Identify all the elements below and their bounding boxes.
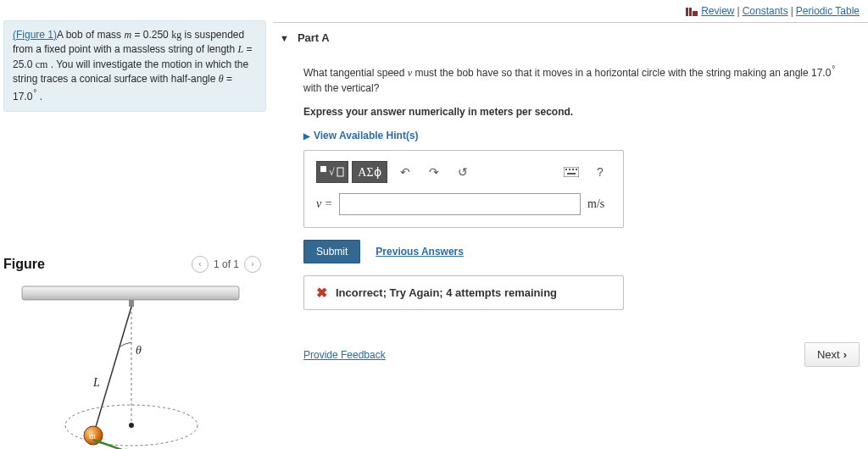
periodic-table-link[interactable]: Periodic Table — [796, 5, 860, 17]
help-icon[interactable]: ? — [589, 161, 611, 183]
equation-toolbar: √ ΑΣϕ ↶ ↷ ↺ ? — [316, 161, 611, 183]
figure-pager-text: 1 of 1 — [214, 258, 239, 270]
svg-rect-16 — [565, 169, 567, 170]
problem-statement: (Figure 1)A bob of mass m = 0.250 kg is … — [3, 20, 266, 112]
greek-button[interactable]: ΑΣϕ — [352, 161, 387, 183]
undo-icon[interactable]: ↶ — [394, 161, 416, 183]
svg-rect-0 — [686, 8, 688, 16]
figure-next-button[interactable]: › — [244, 256, 261, 273]
review-link[interactable]: Review — [701, 5, 734, 17]
keyboard-icon[interactable] — [560, 161, 582, 183]
q-deg: ° — [832, 64, 835, 74]
figure-prev-button[interactable]: ‹ — [192, 256, 209, 273]
caret-down-icon: ▼ — [280, 33, 289, 43]
svg-rect-20 — [567, 173, 576, 175]
label-m: m — [89, 431, 96, 441]
svg-rect-12 — [320, 166, 326, 172]
hints-text: View Available Hint(s) — [314, 130, 419, 141]
svg-line-10 — [93, 440, 134, 449]
feedback-box: ✖ Incorrect; Try Again; 4 attempts remai… — [303, 275, 624, 310]
unit-kg: kg — [171, 29, 181, 41]
q3: with the vertical? — [303, 82, 379, 94]
next-button[interactable]: Next › — [804, 342, 860, 367]
svg-rect-18 — [572, 169, 574, 170]
prob-t1: A bob of mass — [57, 29, 124, 41]
previous-answers-link[interactable]: Previous Answers — [376, 246, 464, 258]
part-title: Part A — [298, 31, 330, 44]
sep-2: | — [791, 5, 793, 17]
label-theta: θ — [136, 344, 142, 357]
svg-point-8 — [129, 423, 134, 428]
svg-rect-14 — [337, 168, 343, 176]
review-icon — [686, 7, 698, 15]
figure-link[interactable]: (Figure 1) — [13, 29, 57, 41]
reset-icon[interactable]: ↺ — [452, 161, 474, 183]
part-header[interactable]: ▼ Part A — [273, 22, 868, 53]
q1: What tangential speed — [303, 67, 408, 79]
answer-var-label: v = — [316, 197, 332, 211]
incorrect-icon: ✖ — [316, 285, 327, 301]
var-m: m — [124, 29, 131, 41]
templates-button[interactable]: √ — [316, 161, 348, 183]
answer-input[interactable] — [339, 193, 581, 215]
constants-link[interactable]: Constants — [743, 5, 788, 17]
feedback-text: Incorrect; Try Again; 4 attempts remaini… — [336, 286, 557, 299]
provide-feedback-link[interactable]: Provide Feedback — [303, 349, 386, 361]
svg-rect-15 — [564, 167, 579, 177]
figure-diagram: θ L m v⃗ — [15, 283, 266, 449]
svg-text:√: √ — [329, 166, 335, 178]
figure-pager: ‹ 1 of 1 › — [192, 256, 261, 273]
question-text: What tangential speed v must the bob hav… — [303, 63, 854, 96]
svg-rect-4 — [129, 300, 134, 307]
svg-rect-19 — [576, 169, 577, 170]
top-links: Review | Constants | Periodic Table — [0, 0, 868, 20]
svg-rect-2 — [693, 11, 698, 16]
answer-instruction: Express your answer numerically in meter… — [303, 104, 854, 119]
answer-unit: m/s — [587, 197, 611, 211]
unit-cm: cm — [36, 58, 48, 70]
svg-rect-17 — [569, 169, 570, 170]
redo-icon[interactable]: ↷ — [423, 161, 445, 183]
triangle-right-icon: ▶ — [303, 131, 310, 141]
prob-t4: . — [36, 91, 42, 103]
svg-rect-1 — [689, 8, 692, 16]
q2: must the bob have so that it moves in a … — [412, 67, 831, 79]
svg-rect-3 — [22, 286, 239, 300]
sep-1: | — [737, 5, 740, 17]
chevron-right-icon: › — [843, 348, 847, 361]
prob-t3: . You will investigate the motion in whi… — [13, 58, 248, 85]
eq-m: = 0.250 — [131, 29, 171, 41]
svg-line-6 — [93, 307, 131, 435]
answer-box: √ ΑΣϕ ↶ ↷ ↺ ? v = m/s — [303, 150, 624, 228]
figure-title: Figure — [3, 257, 45, 272]
submit-button[interactable]: Submit — [303, 240, 360, 263]
view-hints-link[interactable]: ▶ View Available Hint(s) — [303, 130, 854, 141]
next-label: Next — [817, 348, 840, 361]
label-L: L — [92, 376, 100, 389]
